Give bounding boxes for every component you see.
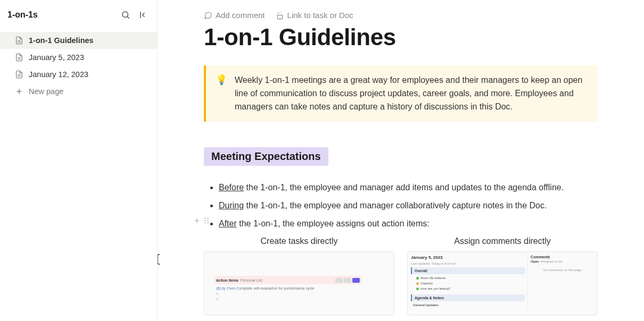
row-handle[interactable] <box>193 217 209 224</box>
bullet-rest: the 1-on-1, the employee assigns out act… <box>237 219 430 228</box>
thumb-action-items-label: Action Items <box>216 278 238 282</box>
add-comment-label: Add comment <box>216 11 265 20</box>
columns: Create tasks directly Action Items Perso… <box>204 236 598 315</box>
link-task-label: Link to task or Doc <box>287 11 353 20</box>
thumb-date: January 5, 2023 <box>411 255 525 260</box>
doc-container: Add comment Link to task or Doc 1-on-1 G… <box>204 11 598 315</box>
thumb-comments-title: Comments <box>531 255 594 259</box>
column-heading-left: Create tasks directly <box>204 236 394 246</box>
document-icon <box>15 53 23 62</box>
wand-icon <box>276 11 284 20</box>
page-title[interactable]: 1-on-1 Guidelines <box>204 24 598 50</box>
list-item[interactable]: During the 1-on-1, the employee and mana… <box>219 199 598 213</box>
main-content: Add comment Link to task or Doc 1-on-1 G… <box>158 0 644 321</box>
thumb-task-row: @Lily Chen Complete self-evaluation for … <box>216 286 362 290</box>
new-page-label: New page <box>29 87 63 96</box>
add-comment-button[interactable]: Add comment <box>204 11 265 20</box>
phase-after: After <box>219 219 237 228</box>
callout-text: Weekly 1-on-1 meetings are a great way f… <box>235 74 588 113</box>
thumb-agenda: Agenda & Notes: <box>411 294 525 301</box>
sidebar-item-label: January 12, 2023 <box>29 70 88 79</box>
sidebar: 1-on-1s 1-on-1 Guidelines January 5, 202… <box>0 0 158 321</box>
svg-point-18 <box>208 222 209 223</box>
workspace-title[interactable]: 1-on-1s <box>7 10 38 20</box>
phase-during: During <box>219 201 244 210</box>
text-cursor-icon <box>158 254 161 265</box>
plus-icon <box>15 87 23 96</box>
collapse-sidebar-icon[interactable] <box>138 9 150 21</box>
sidebar-item-jan5[interactable]: January 5, 2023 <box>0 49 157 66</box>
new-page-button[interactable]: New page <box>0 83 157 100</box>
thumbnail-assign-comments[interactable]: January 5, 2023 Last Updated: Today at 8… <box>407 251 598 315</box>
column-right: Assign comments directly January 5, 2023… <box>407 236 598 315</box>
column-heading-right: Assign comments directly <box>407 236 598 246</box>
svg-point-14 <box>208 217 209 218</box>
comment-icon <box>204 11 212 20</box>
phase-before: Before <box>219 183 244 192</box>
thumb-overall: Overall <box>411 267 525 274</box>
sidebar-item-guidelines[interactable]: 1-on-1 Guidelines <box>0 32 157 49</box>
sidebar-item-label: 1-on-1 Guidelines <box>29 36 94 45</box>
svg-point-16 <box>208 220 209 221</box>
section-heading[interactable]: Meeting Expectations <box>204 147 328 166</box>
plus-icon[interactable] <box>193 217 201 224</box>
column-left: Create tasks directly Action Items Perso… <box>204 236 394 315</box>
drag-handle-icon[interactable] <box>204 217 209 224</box>
svg-point-0 <box>122 12 128 18</box>
doc-actions-bar: Add comment Link to task or Doc <box>204 11 598 20</box>
document-icon <box>15 36 23 45</box>
svg-point-15 <box>204 220 205 221</box>
link-task-button[interactable]: Link to task or Doc <box>276 11 353 20</box>
bullet-rest: the 1-on-1, the employee and manager col… <box>244 201 547 210</box>
bullet-rest: the 1-on-1, the employee and manager add… <box>244 183 564 192</box>
search-icon[interactable] <box>120 9 131 21</box>
thumb-chip: Personal List <box>241 278 262 282</box>
callout-block[interactable]: 💡 Weekly 1-on-1 meetings are a great way… <box>204 65 598 122</box>
sidebar-nav: 1-on-1 Guidelines January 5, 2023 Januar… <box>0 30 157 321</box>
sidebar-item-label: January 5, 2023 <box>29 53 84 62</box>
sidebar-item-jan12[interactable]: January 12, 2023 <box>0 66 157 83</box>
sidebar-header: 1-on-1s <box>0 0 157 30</box>
svg-point-17 <box>204 222 205 223</box>
sidebar-header-actions <box>120 9 150 21</box>
list-item[interactable]: After the 1-on-1, the employee assigns o… <box>219 217 598 231</box>
expectations-list: Before the 1-on-1, the employee and mana… <box>204 181 598 230</box>
svg-point-13 <box>204 217 205 218</box>
document-icon <box>15 70 23 79</box>
thumbnail-create-tasks[interactable]: Action Items Personal List @Lily Chen Co… <box>204 251 394 315</box>
list-item[interactable]: Before the 1-on-1, the employee and mana… <box>219 181 598 195</box>
svg-line-1 <box>127 16 129 18</box>
lightbulb-icon: 💡 <box>216 74 227 113</box>
thumb-meta: Last Updated: Today at 8:14 am <box>411 262 525 265</box>
